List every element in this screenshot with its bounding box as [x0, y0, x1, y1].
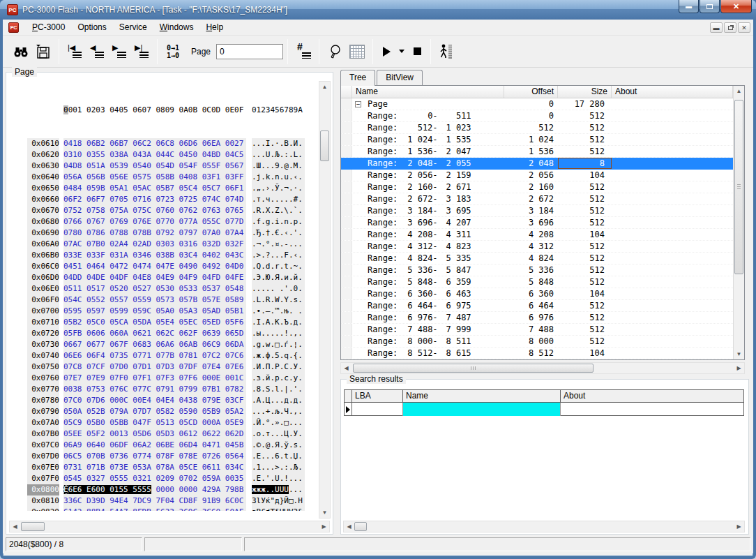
name-cell-highlighted[interactable]	[403, 403, 561, 416]
hex-viewer[interactable]: 0001 0203 0405 0607 0809 0A0B 0C0D 0E0F …	[10, 82, 320, 511]
tree-row-range-7488[interactable]: Range:7 488 - 7 9997 488512	[341, 324, 733, 336]
page-number-input[interactable]	[216, 44, 283, 59]
tree-vscroll-thumb[interactable]	[734, 100, 743, 274]
scroll-up-arrow[interactable]: ▲	[319, 82, 330, 92]
scroll-right-arrow[interactable]: ▶	[319, 521, 329, 532]
hex-row-0x0680[interactable]: 0x06800766 0767 0769 076E 0770 077A 055C…	[10, 216, 320, 228]
menu-options[interactable]: Options	[71, 20, 112, 34]
tree-row-range-6976[interactable]: Range:6 976 - 7 4876 976512	[341, 312, 733, 324]
scroll-down-arrow[interactable]: ▼	[734, 349, 744, 359]
search-horizontal-scrollbar[interactable]: ◀ ▶	[343, 521, 745, 532]
hex-row-0x0780[interactable]: 0x078007C0 07D6 000C 00E4 04E4 0438 079E…	[10, 395, 320, 406]
hex-row-0x06B0[interactable]: 0x06B0033E 033F 031A 0346 038B 03C4 0402…	[10, 250, 320, 261]
collapse-icon[interactable]: −	[355, 101, 361, 107]
hex-row-0x0700[interactable]: 0x07000595 0597 0599 059C 05A0 05A3 05AD…	[10, 306, 320, 317]
mdi-close-button[interactable]: ✕	[738, 22, 750, 33]
hex-row-0x0630[interactable]: 0x063004D8 051A 0539 0540 054D 054F 055F…	[10, 161, 320, 172]
about-cell[interactable]	[561, 403, 743, 416]
tab-tree[interactable]: Tree	[340, 70, 375, 86]
menu-help[interactable]: Help	[199, 20, 229, 34]
column-about[interactable]: About	[561, 390, 743, 402]
scroll-left-arrow[interactable]: ◀	[10, 521, 20, 532]
hex-row-0x06A0[interactable]: 0x06A007AC 07B0 02A4 02AD 0303 0316 032D…	[10, 239, 320, 250]
column-lba[interactable]: LBA	[352, 390, 403, 402]
close-button[interactable]: ✕	[720, 0, 752, 13]
tree-row-range-2048[interactable]: Range:2 048 - 2 0552 0488	[341, 158, 733, 170]
hex-row-0x06C0[interactable]: 0x06C00451 0464 0472 0474 047E 0490 0492…	[10, 261, 320, 272]
titlebar[interactable]: PC PC-3000 Flash - NORTH AMERICA - [Task…	[0, 0, 756, 20]
task-icon[interactable]: PC	[8, 22, 19, 33]
scroll-left-arrow[interactable]: ◀	[341, 363, 351, 373]
exit-task-button[interactable]	[435, 40, 458, 64]
tree-row-range-5336[interactable]: Range:5 336 - 5 8475 336512	[341, 264, 733, 276]
column-offset[interactable]: Offset	[504, 86, 558, 98]
tree-row-range-6464[interactable]: Range:6 464 - 6 9756 464512	[341, 300, 733, 312]
last-page-button[interactable]: ▶|	[130, 40, 153, 64]
tree-row-range-4312[interactable]: Range:4 312 - 4 8234 312512	[341, 241, 733, 253]
menu-pc-3000[interactable]: PC-3000	[26, 20, 71, 34]
hex-row-0x0690[interactable]: 0x06900780 0786 0788 078B 0792 0797 07A0…	[10, 228, 320, 239]
hex-row-0x07D0[interactable]: 0x07D006C5 070B 0736 0774 078F 078E 0726…	[10, 451, 320, 462]
tree-row-range-4208[interactable]: Range:4 208 - 4 3114 208104	[341, 229, 733, 241]
tree-horizontal-scrollbar[interactable]: ◀ ▶	[340, 362, 745, 374]
tree-row-range-2160[interactable]: Range:2 160 - 2 6712 160512	[341, 181, 733, 193]
tree-row-range-3184[interactable]: Range:3 184 - 3 6953 184512	[341, 205, 733, 217]
search-result-row[interactable]	[345, 403, 743, 416]
scroll-right-arrow[interactable]: ▶	[734, 363, 744, 373]
hex-row-0x06F0[interactable]: 0x06F0054C 0552 0557 0559 0573 057B 057E…	[10, 295, 320, 306]
hex-row-0x0770[interactable]: 0x07700038 0753 076C 077C 0791 0799 07B1…	[10, 384, 320, 395]
tree-hscroll-thumb[interactable]	[353, 364, 594, 373]
tree-row-page[interactable]: −Page017 280	[341, 98, 733, 110]
hex-row-0x0810[interactable]: 0x0810336C D39D 94E4 7DC9 7F04 CD8F 91B9…	[10, 495, 320, 507]
hex-vertical-scrollbar[interactable]: ▲ ▼	[319, 81, 331, 519]
find-button[interactable]	[10, 40, 32, 64]
tree-row-range-8000[interactable]: Range:8 000 - 8 5118 000512	[341, 336, 733, 348]
tree-row-range-512[interactable]: Range:512 - 1 023512512	[341, 122, 733, 134]
hex-row-0x0710[interactable]: 0x071005B2 05C0 05CA 05DA 05E4 05EC 05ED…	[10, 317, 320, 328]
tab-bitview[interactable]: BitView	[377, 70, 423, 85]
tree-row-range-6360[interactable]: Range:6 360 - 6 4636 360104	[341, 288, 733, 300]
tree-row-range-2672[interactable]: Range:2 672 - 3 1832 672512	[341, 193, 733, 205]
column-about[interactable]: About	[612, 86, 733, 98]
menu-service[interactable]: Service	[113, 20, 153, 34]
tree-row-range-4824[interactable]: Range:4 824 - 5 3354 824512	[341, 253, 733, 264]
stop-button[interactable]	[408, 40, 426, 64]
hex-selection[interactable]: E6E6 E600 0155 5555	[63, 485, 151, 494]
structure-table-header[interactable]: Name Offset Size About	[341, 86, 733, 98]
map-button[interactable]	[346, 40, 368, 64]
hex-row-0x07A0[interactable]: 0x07A005C9 05B0 05BB 047F 0513 05CD 000A…	[10, 417, 320, 428]
maximize-button[interactable]	[700, 0, 720, 13]
start-options-dropdown[interactable]	[395, 40, 408, 64]
hex-row-0x0650[interactable]: 0x06500484 059B 05A1 05AC 05B7 05C4 05C7…	[10, 183, 320, 194]
next-page-button[interactable]: ▶	[108, 40, 130, 64]
hex-horizontal-scrollbar[interactable]: ◀ ▶	[9, 521, 330, 532]
scroll-down-arrow[interactable]: ▼	[319, 507, 330, 518]
goto-sector-button[interactable]: #	[292, 40, 315, 64]
hex-row-0x0620[interactable]: 0x06200310 0355 038A 043A 044C 0450 04BD…	[10, 149, 320, 161]
hex-row-0x0760[interactable]: 0x076007E7 07E9 07F0 07F1 07F3 07F6 000E…	[10, 373, 320, 384]
mdi-minimize-button[interactable]: ▬	[710, 22, 723, 33]
hex-row-0x07C0[interactable]: 0x07C006A9 0640 06DF 06A2 06BE 06D4 0471…	[10, 440, 320, 451]
tree-row-range-1024[interactable]: Range:1 024 - 1 5351 024512	[341, 134, 733, 146]
column-name[interactable]: Name	[403, 390, 561, 402]
scroll-left-arrow[interactable]: ◀	[344, 521, 354, 532]
prev-page-button[interactable]: ◀	[86, 40, 108, 64]
hex-vscroll-thumb[interactable]	[320, 131, 329, 161]
hex-row-0x06D0[interactable]: 0x06D004DD 04DE 04DF 04E8 04E9 04F9 04FD…	[10, 272, 320, 283]
hex-row-0x07E0[interactable]: 0x07E00731 071B 073E 053A 078A 05CE 0611…	[10, 462, 320, 473]
hex-row-0x0790[interactable]: 0x0790050A 052B 079A 07D7 0582 0590 05B9…	[10, 406, 320, 417]
invert-bits-button[interactable]: 0→11→0	[162, 40, 184, 64]
hex-row-0x0660[interactable]: 0x066006F2 06F7 0705 0716 0723 0725 074C…	[10, 194, 320, 205]
hex-row-0x0750[interactable]: 0x075007C8 07CF 07D0 07D1 07D3 07DF 07E4…	[10, 362, 320, 373]
tree-row-range-0[interactable]: Range:0 - 5110512	[341, 110, 733, 122]
tree-row-range-2056[interactable]: Range:2 056 - 2 1592 056104	[341, 170, 733, 181]
hex-row-0x0740[interactable]: 0x074006E6 06F4 0735 0771 077B 0781 07C2…	[10, 350, 320, 362]
scroll-right-arrow[interactable]: ▶	[734, 521, 744, 532]
search-table-header[interactable]: LBA Name About	[345, 390, 743, 403]
scroll-up-arrow[interactable]: ▲	[734, 86, 744, 96]
hex-row-0x06E0[interactable]: 0x06E00511 0517 0520 0527 0530 0533 0537…	[10, 283, 320, 295]
tree-row-range-3696[interactable]: Range:3 696 - 4 2073 696512	[341, 217, 733, 229]
hex-row-0x0820[interactable]: 0x08206142 88B4 54A7 8FDB 5633 269C 3C60…	[10, 507, 320, 511]
hex-row-0x0720[interactable]: 0x072005FB 0606 060A 0621 062C 062F 0639…	[10, 328, 320, 339]
hex-row-0x07F0[interactable]: 0x07F00545 0327 0555 0321 0209 0702 059A…	[10, 473, 320, 484]
